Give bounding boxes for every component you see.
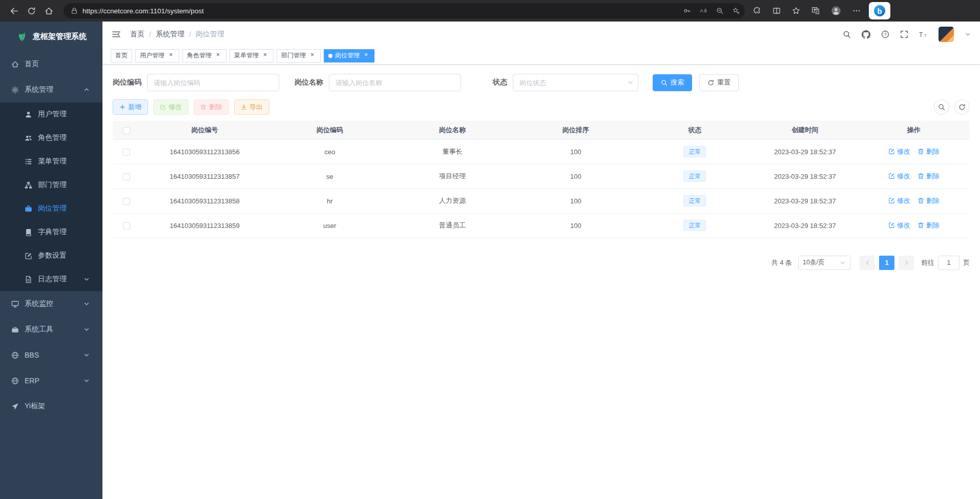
app-logo[interactable]: 意框架管理系统 xyxy=(0,22,102,51)
favorites-icon[interactable] xyxy=(792,7,800,15)
browser-profile-avatar[interactable] xyxy=(831,6,841,16)
sidebar-item-label: 岗位管理 xyxy=(38,204,67,213)
status-badge: 正常 xyxy=(683,146,706,157)
status-select[interactable] xyxy=(513,74,638,91)
github-icon[interactable] xyxy=(862,30,870,39)
page-size-select[interactable]: 10条/页 xyxy=(798,256,850,270)
sidebar-item-system-monitor[interactable]: 系统监控 xyxy=(0,291,102,317)
help-icon[interactable]: ? xyxy=(881,30,889,38)
row-delete-button[interactable]: 删除 xyxy=(918,221,940,230)
sidebar-item-bbs[interactable]: BBS xyxy=(0,342,102,368)
row-checkbox[interactable] xyxy=(123,222,130,230)
sidebar-item-system-tools[interactable]: 系统工具 xyxy=(0,317,102,342)
tab-home[interactable]: 首页 xyxy=(111,49,132,63)
close-icon[interactable]: × xyxy=(308,52,316,59)
collections-icon[interactable] xyxy=(811,7,820,15)
toggle-search-button[interactable] xyxy=(934,99,949,115)
refresh-icon xyxy=(27,7,36,15)
close-icon[interactable]: × xyxy=(362,52,370,59)
column-header: 岗位编码 xyxy=(269,121,391,139)
row-delete-button[interactable]: 删除 xyxy=(918,172,940,181)
tab-user-management[interactable]: 用户管理× xyxy=(135,49,179,63)
breadcrumb-item[interactable]: 首页 xyxy=(130,30,144,39)
row-edit-button[interactable]: 修改 xyxy=(888,221,910,230)
select-caret-icon xyxy=(840,260,846,266)
split-screen-icon[interactable] xyxy=(773,7,781,15)
close-icon[interactable]: × xyxy=(214,52,222,59)
tab-role-management[interactable]: 角色管理× xyxy=(182,49,226,63)
refresh-table-button[interactable] xyxy=(954,99,970,115)
row-delete-button[interactable]: 删除 xyxy=(918,147,940,156)
row-edit-button[interactable]: 修改 xyxy=(888,147,910,156)
browser-menu-icon[interactable] xyxy=(852,7,861,15)
extensions-icon[interactable] xyxy=(753,7,761,15)
tab-post-management[interactable]: 岗位管理× xyxy=(324,49,374,63)
sidebar-item-system-management[interactable]: 系统管理 xyxy=(0,77,102,102)
close-icon[interactable]: × xyxy=(261,52,269,59)
browser-refresh-button[interactable] xyxy=(23,3,40,19)
sidebar-item-post-management[interactable]: 岗位管理 xyxy=(0,197,102,220)
cell-post-sort: 100 xyxy=(514,164,637,189)
sidebar-item-yi-framework[interactable]: Yi框架 xyxy=(0,393,102,419)
close-icon[interactable]: × xyxy=(167,52,175,59)
search-icon xyxy=(938,103,945,111)
row-delete-button[interactable]: 删除 xyxy=(918,196,940,205)
sidebar-item-param-settings[interactable]: 参数设置 xyxy=(0,244,102,267)
prev-page-button[interactable] xyxy=(860,256,875,270)
browser-home-button[interactable] xyxy=(40,3,57,19)
reset-button[interactable]: 重置 xyxy=(699,74,739,91)
read-aloud-icon[interactable]: A xyxy=(700,7,707,14)
goto-page-input[interactable] xyxy=(938,256,960,270)
browser-back-button[interactable] xyxy=(5,3,23,19)
page-number-button[interactable]: 1 xyxy=(879,256,894,270)
sidebar-toggle[interactable] xyxy=(112,30,121,39)
chevron-down-icon xyxy=(84,378,90,384)
row-checkbox[interactable] xyxy=(123,173,130,180)
search-button[interactable]: 搜索 xyxy=(653,74,692,91)
sidebar-item-dict-management[interactable]: 字典管理 xyxy=(0,220,102,244)
breadcrumb: 首页/系统管理/岗位管理 xyxy=(130,30,224,39)
header-search-icon[interactable] xyxy=(843,30,851,38)
sidebar-item-home[interactable]: 首页 xyxy=(0,51,102,77)
cell-post-code: hr xyxy=(269,189,391,213)
sidebar-item-erp[interactable]: ERP xyxy=(0,368,102,393)
user-avatar[interactable] xyxy=(939,27,954,42)
sidebar-menu: 首页系统管理用户管理角色管理菜单管理部门管理岗位管理字典管理参数设置日志管理系统… xyxy=(0,51,102,419)
add-favorite-icon[interactable] xyxy=(733,7,740,14)
tab-dept-management[interactable]: 部门管理× xyxy=(277,49,321,63)
sidebar-item-user-management[interactable]: 用户管理 xyxy=(0,102,102,126)
sidebar-item-menu-management[interactable]: 菜单管理 xyxy=(0,150,102,173)
chevron-down-icon xyxy=(84,276,90,282)
edit-pencil-icon xyxy=(888,197,895,204)
sidebar-item-label: 菜单管理 xyxy=(38,157,67,166)
row-checkbox[interactable] xyxy=(123,198,130,205)
column-header: 创建时间 xyxy=(752,121,858,139)
tag-tabs-bar: 首页用户管理×角色管理×菜单管理×部门管理×岗位管理× xyxy=(102,47,980,65)
avatar-caret-icon[interactable] xyxy=(965,31,971,37)
select-all-checkbox[interactable] xyxy=(123,127,130,134)
sidebar-item-dept-management[interactable]: 部门管理 xyxy=(0,173,102,197)
text-size-icon[interactable]: TT xyxy=(919,30,928,39)
row-edit-button[interactable]: 修改 xyxy=(888,172,910,181)
edge-copilot-button[interactable]: b xyxy=(869,2,890,19)
sidebar-item-log-management[interactable]: 日志管理 xyxy=(0,267,102,291)
password-key-icon[interactable] xyxy=(683,7,691,14)
sidebar-item-role-management[interactable]: 角色管理 xyxy=(0,126,102,150)
row-checkbox[interactable] xyxy=(123,149,130,156)
row-edit-button[interactable]: 修改 xyxy=(888,196,910,205)
add-button[interactable]: 新增 xyxy=(113,99,148,115)
delete-button[interactable]: 删除 xyxy=(194,99,229,115)
tab-menu-management[interactable]: 菜单管理× xyxy=(230,49,274,63)
export-button[interactable]: 导出 xyxy=(234,99,269,115)
address-bar[interactable]: https://ccnetcore.com:1101/system/post A xyxy=(64,3,745,18)
next-page-button[interactable] xyxy=(899,256,914,270)
post-name-input[interactable] xyxy=(329,74,461,91)
breadcrumb-item[interactable]: 系统管理 xyxy=(156,30,184,39)
edit-button[interactable]: 修改 xyxy=(153,99,189,115)
svg-text:T: T xyxy=(924,33,927,37)
column-header: 岗位排序 xyxy=(514,121,637,139)
zoom-icon[interactable] xyxy=(716,7,723,14)
post-code-input[interactable] xyxy=(147,74,279,91)
post-table: 岗位编号岗位编码岗位名称岗位排序状态创建时间操作 164103059311231… xyxy=(113,121,970,238)
fullscreen-icon[interactable] xyxy=(900,30,908,38)
